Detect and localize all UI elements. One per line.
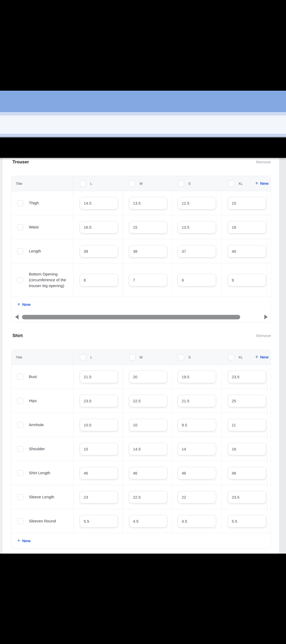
measurement-input[interactable] (129, 245, 167, 257)
measurement-input[interactable] (80, 395, 118, 407)
remove-button[interactable]: Remove (256, 160, 271, 164)
value-cell (73, 461, 123, 485)
measurement-input[interactable] (129, 221, 167, 233)
measurement-input[interactable] (228, 371, 266, 383)
row-select-checkbox[interactable] (17, 224, 23, 230)
value-cell (221, 263, 267, 297)
column-label: S (188, 182, 191, 186)
add-row-button[interactable]: + New (11, 297, 271, 312)
measurement-input[interactable] (129, 515, 167, 527)
value-cell (221, 413, 267, 437)
measurement-input[interactable] (80, 221, 118, 233)
row-select-checkbox[interactable] (17, 494, 23, 500)
phone-screen: Trouser Remove Title L M S XL + New (0, 0, 286, 644)
measurements-table: Title L M S XL + New Bust (11, 349, 271, 549)
measurement-input[interactable] (228, 491, 266, 503)
value-cell (171, 509, 221, 533)
row-select-checkbox[interactable] (17, 277, 23, 283)
row-select-checkbox[interactable] (17, 446, 23, 452)
measurement-input[interactable] (178, 274, 216, 286)
measurement-input[interactable] (80, 245, 118, 257)
measurement-input[interactable] (80, 443, 118, 455)
measurement-input[interactable] (228, 419, 266, 431)
measurement-input[interactable] (228, 515, 266, 527)
column-select-checkbox[interactable] (80, 181, 86, 187)
measurement-input[interactable] (80, 197, 118, 209)
row-select-checkbox[interactable] (17, 398, 23, 404)
column-select-checkbox[interactable] (228, 354, 234, 360)
measurement-input[interactable] (178, 221, 216, 233)
section-title: Shirt (12, 333, 23, 338)
add-column-button[interactable]: + New (255, 176, 269, 191)
measurement-input[interactable] (178, 419, 216, 431)
row-select-checkbox[interactable] (17, 518, 23, 524)
measurement-input[interactable] (228, 467, 266, 479)
measurement-input[interactable] (129, 371, 167, 383)
scroll-left-arrow-icon[interactable] (15, 315, 19, 319)
measurement-input[interactable] (228, 395, 266, 407)
column-label: S (188, 355, 191, 359)
measurement-input[interactable] (129, 467, 167, 479)
column-select-checkbox[interactable] (178, 354, 184, 360)
measurement-input[interactable] (228, 245, 266, 257)
row-select-checkbox[interactable] (17, 200, 23, 206)
measurement-input[interactable] (228, 197, 266, 209)
value-cell (123, 263, 171, 297)
measurement-input[interactable] (129, 419, 167, 431)
row-select-checkbox[interactable] (17, 248, 23, 254)
horizontal-scrollbar[interactable] (11, 312, 271, 322)
column-select-checkbox[interactable] (228, 181, 234, 187)
row-select-checkbox[interactable] (17, 422, 23, 428)
measurement-input[interactable] (178, 515, 216, 527)
measurement-input[interactable] (80, 515, 118, 527)
column-header: L (73, 350, 123, 365)
scrollbar-thumb[interactable] (22, 315, 240, 319)
right-scroll-rail[interactable] (279, 158, 286, 554)
scroll-right-arrow-icon[interactable] (264, 315, 268, 319)
measurement-input[interactable] (129, 491, 167, 503)
row-title-cell: Bottom Opening (circumference of the tro… (11, 263, 73, 297)
add-column-button[interactable]: + New (255, 350, 269, 365)
measurement-input[interactable] (178, 395, 216, 407)
table-row: Bottom Opening (circumference of the tro… (11, 263, 271, 297)
blue-banner (0, 91, 286, 112)
measurement-input[interactable] (129, 197, 167, 209)
measurement-input[interactable] (80, 371, 118, 383)
column-label: XL (238, 182, 243, 186)
measurement-input[interactable] (178, 245, 216, 257)
measurement-input[interactable] (178, 491, 216, 503)
measurement-input[interactable] (228, 443, 266, 455)
row-title-cell: Waist (11, 215, 73, 239)
row-select-checkbox[interactable] (17, 374, 23, 380)
add-row-label: New (22, 539, 31, 543)
value-cell (123, 461, 171, 485)
measurement-input[interactable] (80, 419, 118, 431)
row-label: Length (29, 248, 41, 254)
measurement-input[interactable] (129, 274, 167, 286)
measurement-input[interactable] (129, 443, 167, 455)
column-select-checkbox[interactable] (178, 181, 184, 187)
measurement-input[interactable] (178, 467, 216, 479)
scrollbar-track[interactable] (21, 315, 262, 319)
measurement-input[interactable] (80, 467, 118, 479)
row-select-checkbox[interactable] (17, 470, 23, 476)
add-row-button[interactable]: + New (11, 533, 271, 549)
value-cell (123, 215, 171, 239)
measurement-input[interactable] (80, 491, 118, 503)
value-cell (73, 239, 123, 263)
column-select-checkbox[interactable] (129, 181, 135, 187)
measurement-input[interactable] (228, 221, 266, 233)
column-select-checkbox[interactable] (80, 354, 86, 360)
measurement-input[interactable] (129, 395, 167, 407)
measurement-input[interactable] (178, 197, 216, 209)
value-cell (73, 509, 123, 533)
column-select-checkbox[interactable] (129, 354, 135, 360)
measurement-input[interactable] (228, 274, 266, 286)
measurement-input[interactable] (80, 274, 118, 286)
value-cell (73, 191, 123, 215)
value-cell (73, 485, 123, 509)
column-header-title: Title (11, 350, 73, 365)
measurement-input[interactable] (178, 371, 216, 383)
measurement-input[interactable] (178, 443, 216, 455)
remove-button[interactable]: Remove (256, 333, 271, 338)
